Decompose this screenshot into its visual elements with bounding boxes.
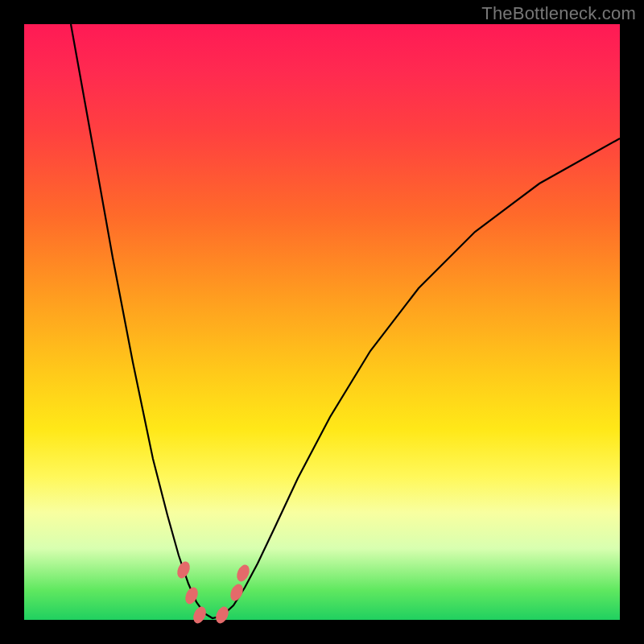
- marker-dip-floor-right: [213, 605, 231, 625]
- curve-markers: [175, 559, 252, 625]
- chart-plot-area: [24, 24, 620, 620]
- watermark-text: TheBottleneck.com: [481, 3, 636, 24]
- marker-dip-left-upper: [175, 559, 192, 580]
- curve-path: [71, 24, 620, 618]
- marker-dip-right-upper: [228, 582, 246, 603]
- bottleneck-curve: [24, 24, 620, 620]
